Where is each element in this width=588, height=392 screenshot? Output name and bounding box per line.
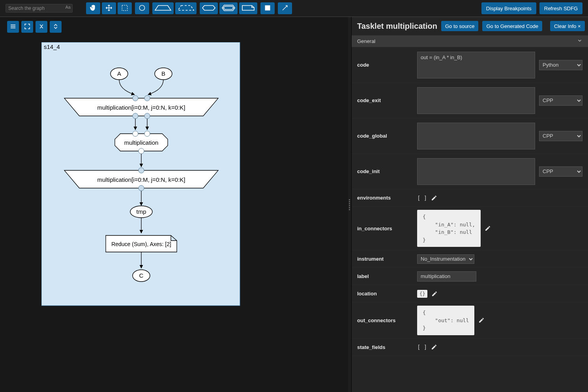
prop-row-code-exit: code_exit CPP <box>352 83 588 118</box>
graph-canvas[interactable]: s14_4 A B multiplication[i=0:M, j=0:N, k… <box>0 35 348 392</box>
sdfg-graph: s14_4 A B multiplication[i=0:M, j=0:N, k… <box>41 42 241 306</box>
expand-all-button[interactable] <box>50 21 62 33</box>
code-global-textarea[interactable] <box>417 123 535 149</box>
code-init-textarea[interactable] <box>417 158 535 185</box>
svg-marker-5 <box>222 5 235 11</box>
svg-point-18 <box>133 113 138 119</box>
display-breakpoints-button[interactable]: Display Breakpoints <box>481 2 536 14</box>
pencil-icon[interactable] <box>431 195 437 201</box>
label-input[interactable] <box>417 271 476 282</box>
svg-point-29 <box>139 185 144 191</box>
code-exit-textarea[interactable] <box>417 87 535 114</box>
svg-marker-2 <box>155 6 171 10</box>
add-access-node-button[interactable] <box>135 2 149 14</box>
prop-row-out-connectors: out_connectors { "out": null } <box>352 302 588 339</box>
code-init-lang-select[interactable]: CPP <box>539 166 582 177</box>
prop-row-environments: environments [ ] <box>352 189 588 207</box>
graph-node-b[interactable]: B <box>161 70 165 77</box>
trapezoid-icon <box>154 4 172 13</box>
prop-row-in-connectors: in_connectors { "in_A": null, "in_B": nu… <box>352 207 588 250</box>
add-nested-sdfg-button[interactable] <box>219 2 238 14</box>
expand-icon <box>52 23 59 31</box>
tool-group-state <box>260 2 275 14</box>
go-to-generated-button[interactable]: Go to Generated Code <box>482 21 542 31</box>
svg-rect-7 <box>265 6 270 10</box>
clear-info-button[interactable]: Clear Info × <box>550 21 585 31</box>
location-value: {} <box>417 290 427 298</box>
section-header-general[interactable]: General <box>352 35 588 47</box>
circle-icon <box>138 4 146 13</box>
svg-point-16 <box>133 95 138 101</box>
box-select-icon <box>121 4 129 13</box>
add-library-node-button[interactable] <box>239 2 257 14</box>
fullscreen-icon <box>24 23 31 31</box>
square-filled-icon <box>264 4 272 13</box>
case-sensitive-toggle[interactable]: Aa <box>66 5 71 9</box>
add-edge-button[interactable] <box>278 2 292 14</box>
state-fields-value: [ ] <box>417 344 427 350</box>
search-input[interactable] <box>6 4 73 13</box>
code-lang-select[interactable]: Python <box>539 60 582 70</box>
pan-tool-button[interactable] <box>86 2 100 14</box>
add-map-entry-button[interactable] <box>152 2 174 14</box>
code-textarea[interactable]: out = (in_A * in_B) <box>417 52 535 78</box>
prop-label: code_init <box>357 168 412 174</box>
svg-text:tmp: tmp <box>136 208 146 215</box>
hamburger-icon <box>9 23 17 31</box>
code-global-lang-select[interactable]: CPP <box>539 131 582 141</box>
tool-group-mode <box>86 2 132 14</box>
select-tool-button[interactable] <box>118 2 132 14</box>
instrument-select[interactable]: No_Instrumentation <box>417 254 474 264</box>
edge-icon <box>281 4 289 13</box>
svg-line-8 <box>283 6 287 10</box>
add-state-button[interactable] <box>260 2 275 14</box>
svg-point-28 <box>139 168 144 173</box>
prop-label: code <box>357 62 412 68</box>
app-root: Aa <box>0 0 588 392</box>
prop-row-state-fields: state_fields [ ] <box>352 339 588 356</box>
svg-point-19 <box>144 113 150 119</box>
prop-label: location <box>357 291 412 297</box>
code-exit-lang-select[interactable]: CPP <box>539 95 582 106</box>
go-to-source-button[interactable]: Go to source <box>441 21 478 31</box>
pencil-icon[interactable] <box>478 317 485 323</box>
prop-label: environments <box>357 195 412 201</box>
property-list: code out = (in_A * in_B) Python code_exi… <box>352 47 588 392</box>
prop-label: state_fields <box>357 344 412 350</box>
pencil-icon[interactable] <box>431 291 438 297</box>
collapse-icon <box>38 23 45 31</box>
add-tasklet-button[interactable] <box>200 2 218 14</box>
grip-icon <box>349 198 350 211</box>
prop-label: instrument <box>357 256 412 262</box>
prop-row-instrument: instrument No_Instrumentation <box>352 250 588 268</box>
graph-node-a[interactable]: A <box>117 70 121 77</box>
prop-row-code-global: code_global CPP <box>352 118 588 154</box>
tool-group-edge <box>278 2 292 14</box>
prop-label: out_connectors <box>357 317 412 323</box>
prop-row-code-init: code_init CPP <box>352 154 588 189</box>
graph-state-label: s14_4 <box>44 43 60 50</box>
move-icon <box>105 4 113 13</box>
collapse-all-button[interactable] <box>36 21 47 33</box>
refresh-sdfg-button[interactable]: Refresh SDFG <box>539 2 582 14</box>
double-hexagon-icon <box>221 4 236 13</box>
prop-row-code: code out = (in_A * in_B) Python <box>352 47 588 83</box>
svg-text:Reduce (Sum), Axes: [2]: Reduce (Sum), Axes: [2] <box>111 241 171 247</box>
prop-row-label: label <box>352 268 588 285</box>
add-consume-entry-button[interactable] <box>175 2 197 14</box>
out-connectors-value: { "out": null } <box>417 306 474 335</box>
zoom-fit-button[interactable] <box>21 21 33 33</box>
pencil-icon[interactable] <box>485 225 491 231</box>
section-title: General <box>357 38 375 44</box>
menu-button[interactable] <box>7 21 19 33</box>
tool-group-tasklets <box>200 2 257 14</box>
pencil-icon[interactable] <box>431 344 437 350</box>
search-wrap: Aa <box>6 4 73 13</box>
hexagon-icon <box>202 4 216 13</box>
prop-label: in_connectors <box>357 226 412 231</box>
svg-marker-4 <box>202 6 215 10</box>
pane-splitter[interactable] <box>348 17 351 392</box>
move-tool-button[interactable] <box>102 2 116 14</box>
top-toolbar: Aa <box>0 0 588 17</box>
svg-point-1 <box>139 5 144 10</box>
